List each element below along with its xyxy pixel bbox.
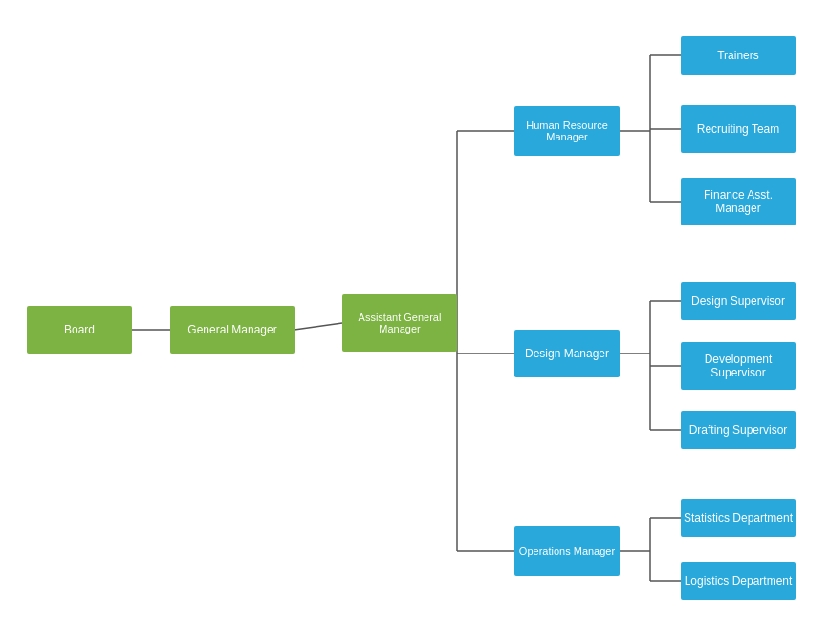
hr-manager-node: Human Resource Manager (514, 106, 620, 156)
operations-manager-node: Operations Manager (514, 526, 620, 576)
org-chart: Board General Manager Assistant General … (0, 0, 829, 644)
general-manager-node: General Manager (170, 306, 295, 354)
finance-asst-manager-node: Finance Asst. Manager (681, 178, 796, 225)
board-node: Board (27, 306, 132, 354)
assistant-gm-node: Assistant General Manager (342, 294, 457, 352)
design-supervisor-node: Design Supervisor (681, 282, 796, 320)
trainers-node: Trainers (681, 36, 796, 75)
design-manager-node: Design Manager (514, 330, 620, 377)
drafting-supervisor-node: Drafting Supervisor (681, 411, 796, 449)
statistics-dept-node: Statistics Department (681, 499, 796, 537)
logistics-dept-node: Logistics Department (681, 562, 796, 600)
development-supervisor-node: Development Supervisor (681, 342, 796, 390)
recruiting-team-node: Recruiting Team (681, 105, 796, 153)
svg-line-1 (295, 323, 342, 330)
